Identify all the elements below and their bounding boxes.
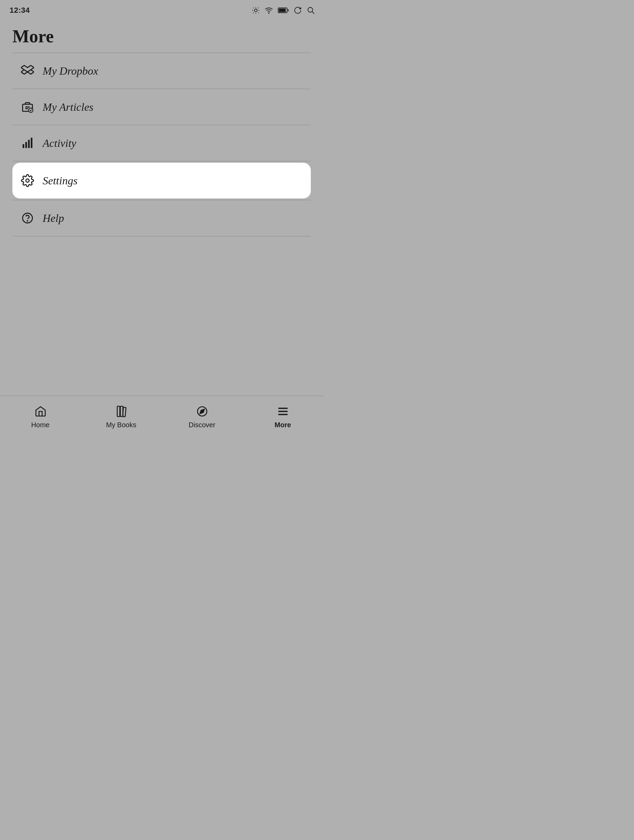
divider-3 — [13, 161, 311, 161]
more-nav-icon — [275, 404, 290, 419]
svg-rect-15 — [23, 144, 24, 148]
settings-icon — [19, 172, 36, 189]
status-icons — [252, 6, 315, 14]
discover-nav-icon — [195, 404, 210, 419]
svg-point-21 — [27, 221, 28, 221]
status-bar: 12:34 — [0, 0, 323, 19]
help-label: Help — [43, 212, 64, 224]
dropbox-label: My Dropbox — [43, 65, 98, 77]
discover-nav-label: Discover — [189, 421, 216, 429]
menu-item-dropbox[interactable]: My Dropbox — [13, 53, 311, 89]
menu-item-settings[interactable]: Settings — [13, 163, 311, 199]
menu-item-articles[interactable]: My Articles — [13, 89, 311, 125]
articles-icon — [19, 98, 36, 116]
more-nav-label: More — [275, 421, 291, 429]
bottom-navigation: Home My Books Discover — [0, 396, 323, 437]
brightness-icon — [252, 6, 260, 14]
sync-icon — [293, 6, 302, 14]
status-time: 12:34 — [9, 6, 30, 15]
svg-rect-24 — [122, 407, 126, 417]
svg-point-12 — [308, 8, 313, 13]
main-content: More My Dropbox My Articles — [0, 19, 323, 236]
help-icon — [19, 209, 36, 227]
svg-rect-16 — [25, 142, 27, 148]
svg-point-0 — [254, 9, 257, 12]
battery-icon — [278, 7, 289, 14]
menu-item-activity[interactable]: Activity — [13, 125, 311, 161]
page-title: More — [13, 26, 311, 46]
svg-line-4 — [258, 13, 258, 13]
nav-item-more[interactable]: More — [242, 400, 323, 433]
svg-rect-18 — [31, 137, 33, 148]
settings-label: Settings — [43, 174, 77, 187]
svg-point-9 — [268, 13, 269, 13]
articles-label: My Articles — [43, 101, 93, 114]
home-nav-label: Home — [31, 421, 49, 429]
mybooks-nav-label: My Books — [106, 421, 137, 429]
svg-rect-11 — [279, 9, 286, 12]
activity-icon — [19, 134, 36, 152]
svg-line-8 — [258, 8, 258, 8]
dropbox-icon — [19, 62, 36, 80]
svg-point-19 — [26, 179, 29, 182]
svg-rect-17 — [28, 140, 30, 148]
menu-item-help[interactable]: Help — [13, 200, 311, 236]
nav-item-mybooks[interactable]: My Books — [81, 400, 162, 433]
svg-marker-26 — [200, 409, 204, 414]
search-icon[interactable] — [307, 6, 315, 14]
divider-5 — [13, 236, 311, 236]
nav-item-home[interactable]: Home — [0, 400, 81, 433]
mybooks-nav-icon — [114, 404, 129, 419]
svg-line-13 — [312, 12, 314, 14]
wifi-icon — [265, 6, 273, 14]
nav-item-discover[interactable]: Discover — [162, 400, 242, 433]
svg-rect-22 — [117, 406, 120, 417]
home-nav-icon — [33, 404, 48, 419]
activity-label: Activity — [43, 137, 76, 150]
